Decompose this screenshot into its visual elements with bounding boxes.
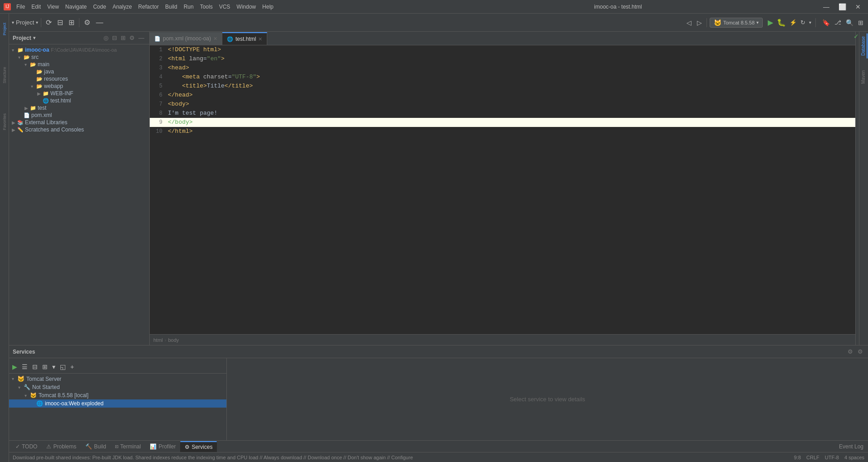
sidebar-item-project[interactable]: Project (0, 15, 9, 43)
menu-build[interactable]: Build (162, 3, 180, 11)
tree-java[interactable]: ▶ 📂 java (9, 68, 149, 75)
services-add-button[interactable]: + (69, 362, 75, 371)
sidebar-item-structure[interactable]: Structure (0, 62, 9, 89)
toolbar-sep-2 (79, 18, 79, 27)
nav-back-button[interactable]: ◁ (685, 18, 693, 27)
resources-label: resources (44, 76, 68, 82)
run-button[interactable]: ▶ (766, 17, 775, 28)
pom-tab-icon: 📄 (154, 36, 161, 42)
line-ending[interactable]: CRLF (806, 455, 819, 460)
line-content-1: <!DOCTYPE html> (168, 45, 855, 54)
tree-scratches[interactable]: ▶ ✏️ Scratches and Consoles (9, 126, 149, 133)
panel-expand-button[interactable]: ⊞ (119, 34, 127, 42)
sidebar-item-favorites[interactable]: Favorites (0, 108, 9, 135)
services-gear-button[interactable]: ⚙ (856, 348, 864, 355)
svc-not-started[interactable]: ▾ 🔧 Not Started (9, 383, 226, 391)
svc-webapp-exploded[interactable]: ▶ 🌐 imooc-oa:Web exploded (9, 399, 226, 408)
project-dropdown-arrow[interactable]: ▾ (36, 20, 38, 25)
breadcrumb-html[interactable]: html (153, 337, 163, 343)
services-group-button[interactable]: ⊟ (31, 362, 39, 371)
run-dropdown-button[interactable]: ▾ (808, 17, 813, 28)
btab-build[interactable]: 🔨 Build (81, 441, 111, 452)
panel-collapse-button[interactable]: ⊟ (111, 34, 118, 42)
btab-terminal[interactable]: ⊡ Terminal (111, 441, 146, 452)
svc-tomcat-local[interactable]: ▾ 🐱 Tomcat 8.5.58 [local] (9, 391, 226, 399)
menu-navigate[interactable]: Navigate (63, 3, 89, 11)
tree-main[interactable]: ▾ 📂 main (9, 61, 149, 68)
left-sidebar: Project Structure Favorites (0, 14, 9, 462)
tree-webinf[interactable]: ▶ 📁 WEB-INF (9, 90, 149, 97)
git-button[interactable]: ⎇ (833, 18, 843, 27)
layout-button[interactable]: ⊞ (856, 18, 865, 27)
pom-tab-close[interactable]: ✕ (213, 36, 217, 42)
menu-code[interactable]: Code (90, 3, 109, 11)
webinf-folder-icon: 📁 (43, 91, 49, 97)
menu-edit[interactable]: Edit (29, 3, 44, 11)
services-collapse-button[interactable]: ☰ (20, 362, 29, 371)
panel-dropdown-icon[interactable]: ▾ (33, 35, 35, 40)
maximize-button[interactable]: ⬜ (835, 2, 850, 11)
minimize-button[interactable]: — (819, 2, 833, 11)
panel-close-button[interactable]: — (137, 34, 146, 42)
tree-pom[interactable]: ▶ 📄 pom.xml (9, 112, 149, 119)
tree-root[interactable]: ▾ 📁 imooc-oa F:\Code\JAVA\IDEA\imooc-oa (9, 46, 149, 53)
status-message[interactable]: Download pre-built shared indexes: Pre-b… (13, 455, 790, 460)
collapse-all-button[interactable]: ⊟ (55, 17, 65, 28)
find-button[interactable]: 🔍 (844, 18, 855, 27)
menu-window[interactable]: Window (234, 3, 259, 11)
tab-testhtml[interactable]: 🌐 test.html ✕ (222, 32, 267, 45)
menu-vcs[interactable]: VCS (216, 3, 233, 11)
services-filter-button[interactable]: ⊞ (41, 362, 49, 371)
svc-tomcat-server[interactable]: ▾ 🐱 Tomcat Server (9, 374, 226, 383)
close-button[interactable]: ✕ (852, 2, 864, 11)
btab-problems[interactable]: ⚠ Problems (42, 441, 81, 452)
tree-webapp[interactable]: ▾ 📂 webapp (9, 83, 149, 90)
pom-tab-label: pom.xml (imooc-oa) (163, 35, 211, 42)
nav-forward-button[interactable]: ▷ (695, 18, 704, 27)
menu-help[interactable]: Help (260, 3, 276, 11)
menu-view[interactable]: View (44, 3, 62, 11)
update-button[interactable]: ↻ (799, 17, 807, 28)
right-tab-maven[interactable]: Maven (860, 68, 868, 87)
expand-all-button[interactable]: ⊞ (67, 17, 76, 28)
encoding[interactable]: UTF-8 (825, 455, 839, 460)
settings-button[interactable]: ⚙ (82, 17, 92, 28)
tomcat-selector[interactable]: 🐱 Tomcat 8.5.58 ▾ (710, 18, 763, 28)
btab-profiler[interactable]: 📊 Profiler (145, 441, 180, 452)
tree-test[interactable]: ▶ 📁 test (9, 104, 149, 112)
debug-button[interactable]: 🐛 (775, 17, 787, 28)
bookmarks-button[interactable]: 🔖 (820, 18, 832, 27)
btab-event-log[interactable]: Event Log (834, 441, 868, 452)
services-settings-button[interactable]: ⚙ (846, 348, 854, 355)
tree-testhtml[interactable]: ▶ 🌐 test.html (9, 97, 149, 104)
menu-file[interactable]: File (14, 3, 28, 11)
panel-settings-button[interactable]: ⚙ (128, 34, 136, 42)
menu-run[interactable]: Run (181, 3, 196, 11)
panel-scope-button[interactable]: ◎ (102, 34, 110, 42)
cursor-position[interactable]: 9:8 (794, 455, 801, 460)
btab-services[interactable]: ⚙ Services (180, 441, 217, 452)
services-panel-buttons: ⚙ ⚙ (846, 348, 864, 355)
tree-resources[interactable]: ▶ 📂 resources (9, 75, 149, 83)
indent-info[interactable]: 4 spaces (844, 455, 864, 460)
root-path: F:\Code\JAVA\IDEA\imooc-oa (51, 47, 117, 53)
services-layout-button[interactable]: ◱ (59, 362, 67, 371)
menu-tools[interactable]: Tools (197, 3, 216, 11)
testhtml-tab-close[interactable]: ✕ (258, 36, 262, 42)
btab-todo[interactable]: ✓ TODO (11, 441, 42, 452)
hide-button[interactable]: — (94, 18, 105, 28)
right-tab-database[interactable]: Database (860, 34, 868, 58)
services-dropdown-button[interactable]: ▾ (51, 362, 57, 371)
coverage-button[interactable]: ⚡ (788, 17, 798, 28)
menu-analyze[interactable]: Analyze (110, 3, 135, 11)
sync-button[interactable]: ⟳ (44, 17, 54, 28)
menu-refactor[interactable]: Refactor (136, 3, 162, 11)
app-icon: IJ (4, 3, 11, 10)
tree-extlibs[interactable]: ▶ 📚 External Libraries (9, 119, 149, 126)
code-editor[interactable]: 1 <!DOCTYPE html> 2 <html lang="en"> 3 <… (150, 45, 855, 334)
services-run-button[interactable]: ▶ (11, 362, 19, 371)
breadcrumb-body[interactable]: body (168, 337, 179, 343)
tab-pom[interactable]: 📄 pom.xml (imooc-oa) ✕ (150, 32, 222, 45)
tree-src[interactable]: ▾ 📂 src (9, 53, 149, 61)
services-panel-title: Services (13, 349, 846, 355)
